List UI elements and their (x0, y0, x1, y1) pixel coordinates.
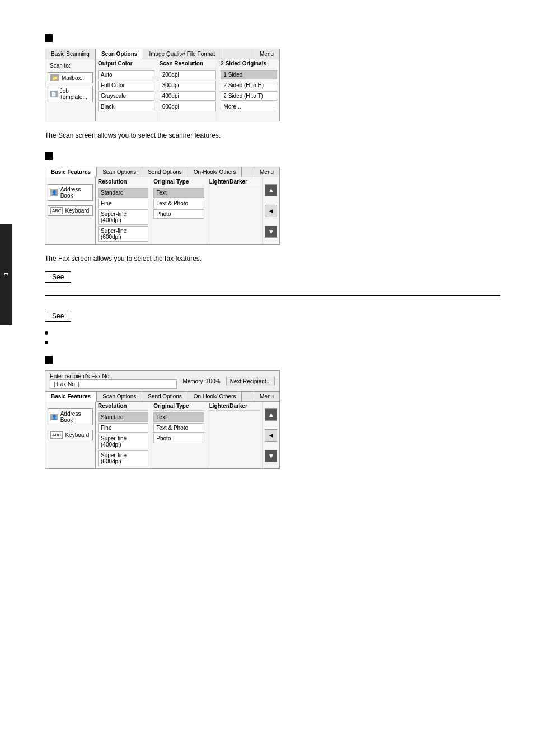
output-color-black[interactable]: Black (98, 102, 154, 111)
sided-1[interactable]: 1 Sided (221, 70, 277, 79)
keyboard-button-1[interactable]: ABC Keyboard (48, 205, 93, 216)
job-template-button[interactable]: 📄 Job Template... (48, 86, 93, 102)
arrow-up-button-1[interactable]: ▲ (265, 184, 277, 196)
output-color-col: Output Color Auto Full Color Grayscale B… (96, 59, 157, 121)
scan-tab-menu[interactable]: Menu (254, 49, 279, 59)
fax-lighter-darker-header-1: Lighter/Darker (209, 179, 260, 186)
scan-resolution-header: Scan Resolution (160, 60, 216, 68)
fax-arrow-col-1: ▲ ◄ ▼ (263, 177, 279, 244)
fax2-tab-send-options[interactable]: Send Options (142, 392, 188, 401)
resolution-200dpi[interactable]: 200dpi (160, 70, 216, 79)
mailbox-label: Mailbox... (62, 75, 86, 81)
arrow-down-button-1[interactable]: ▼ (265, 226, 277, 238)
fax2-resolution-superfine600[interactable]: Super-fine (600dpi) (98, 450, 148, 466)
fax2-original-type-header: Original Type (153, 403, 204, 411)
fax2-resolution-superfine400[interactable]: Super-fine (400dpi) (98, 434, 148, 449)
fax-resolution-header-1: Resolution (98, 179, 148, 186)
black-square-1 (45, 34, 53, 42)
fax2-lighter-darker-header: Lighter/Darker (209, 403, 260, 411)
scan-screen-right: Output Color Auto Full Color Grayscale B… (96, 59, 279, 121)
address-book-button-2[interactable]: 👤 Address Book (48, 408, 93, 425)
fax-tab-scan-options[interactable]: Scan Options (97, 167, 142, 177)
fax-screen-header-2: Basic Features Scan Options Send Options… (45, 392, 279, 402)
see-button-2[interactable]: See (45, 311, 71, 322)
output-color-full[interactable]: Full Color (98, 81, 154, 90)
fax-screen-mockup-1: Basic Features Scan Options Send Options… (45, 167, 280, 245)
fax-tab-menu[interactable]: Menu (254, 167, 279, 177)
divider-1 (45, 295, 500, 296)
scan-tab-basic-scanning[interactable]: Basic Scanning (45, 49, 96, 59)
job-template-icon: 📄 (50, 91, 58, 97)
fax-resolution-col-1: Resolution Standard Fine Super-fine (400… (96, 177, 151, 244)
address-book-button-1[interactable]: 👤 Address Book (48, 184, 93, 201)
fax2-tab-basic-features[interactable]: Basic Features (45, 392, 97, 402)
output-color-grayscale[interactable]: Grayscale (98, 91, 154, 101)
scan-screen-mockup: Basic Scanning Scan Options Image Qualit… (45, 49, 280, 121)
resolution-300dpi[interactable]: 300dpi (160, 81, 216, 90)
mailbox-button[interactable]: 📁 Mailbox... (48, 72, 93, 83)
fax2-arrow-col: ▲ ◄ ▼ (263, 402, 279, 468)
fax-lighter-darker-col-1: Lighter/Darker (207, 177, 263, 244)
arrow-mid-button-2[interactable]: ◄ (265, 429, 277, 442)
fax2-tab-menu[interactable]: Menu (254, 392, 279, 401)
bullet-1 (45, 328, 500, 335)
output-color-auto[interactable]: Auto (98, 70, 154, 79)
fax-resolution-standard-1[interactable]: Standard (98, 188, 148, 198)
fax-original-text-1[interactable]: Text (153, 188, 204, 198)
arrow-mid-button-1[interactable]: ◄ (265, 205, 277, 217)
fax2-original-textphoto[interactable]: Text & Photo (153, 423, 204, 433)
keyboard-label-1: Keyboard (65, 208, 89, 214)
fax2-tab-on-hook[interactable]: On-Hook/ Others (188, 392, 242, 401)
bullet-dot-2 (45, 341, 48, 344)
fax2-original-text[interactable]: Text (153, 412, 204, 422)
scan-screen-body: Scan to: 📁 Mailbox... 📄 Job Template... … (45, 59, 279, 121)
sided-2-h-t[interactable]: 2 Sided (H to T) (221, 91, 277, 101)
scan-section-heading (45, 34, 500, 42)
address-book-icon-2: 👤 (50, 414, 58, 420)
memory-text: Memory :100% (182, 378, 220, 384)
keyboard-icon-2: ABC (50, 431, 63, 439)
fax-no-section: Enter recipient's Fax No. [ Fax No. ] (50, 373, 182, 389)
scan-tab-image-quality[interactable]: Image Quality/ File Format (143, 49, 221, 59)
fax-top-bar: Enter recipient's Fax No. [ Fax No. ] Me… (45, 371, 279, 392)
black-square-2 (45, 152, 53, 160)
fax-tab-basic-features[interactable]: Basic Features (45, 167, 97, 177)
keyboard-label-2: Keyboard (65, 432, 89, 438)
output-color-header: Output Color (98, 60, 154, 68)
fax-no-input[interactable]: [ Fax No. ] (50, 379, 177, 389)
next-recipient-button[interactable]: Next Recipient... (226, 377, 275, 386)
scan-resolution-col: Scan Resolution 200dpi 300dpi 400dpi 600… (157, 59, 219, 121)
fax-original-textphoto-1[interactable]: Text & Photo (153, 199, 204, 208)
resolution-400dpi[interactable]: 400dpi (160, 91, 216, 101)
fax2-original-type-col: Original Type Text Text & Photo Photo (151, 402, 207, 468)
fax2-resolution-standard[interactable]: Standard (98, 412, 148, 422)
fax-resolution-fine-1[interactable]: Fine (98, 199, 148, 208)
sided-2-h-h[interactable]: 2 Sided (H to H) (221, 81, 277, 90)
fax-screen-left-1: 👤 Address Book ABC Keyboard (45, 177, 96, 244)
fax-screen-left-2: 👤 Address Book ABC Keyboard (45, 402, 96, 468)
fax-tab-on-hook[interactable]: On-Hook/ Others (188, 167, 242, 177)
section3-heading (45, 355, 500, 364)
fax2-resolution-col: Resolution Standard Fine Super-fine (400… (96, 402, 151, 468)
fax2-resolution-fine[interactable]: Fine (98, 423, 148, 433)
fax2-tab-scan-options[interactable]: Scan Options (97, 392, 142, 401)
sided-more[interactable]: More... (221, 102, 277, 111)
fax2-resolution-header: Resolution (98, 403, 148, 411)
keyboard-button-2[interactable]: ABC Keyboard (48, 430, 93, 440)
scan-tab-scan-options[interactable]: Scan Options (96, 49, 143, 59)
fax-resolution-superfine400-1[interactable]: Super-fine (400dpi) (98, 209, 148, 225)
fax2-original-photo[interactable]: Photo (153, 434, 204, 443)
resolution-600dpi[interactable]: 600dpi (160, 102, 216, 111)
arrow-down-button-2[interactable]: ▼ (265, 450, 277, 462)
address-book-label-1: Address Book (60, 186, 90, 199)
two-sided-header: 2 Sided Originals (221, 60, 277, 68)
address-book-label-2: Address Book (60, 411, 90, 423)
arrow-up-button-2[interactable]: ▲ (265, 408, 277, 421)
fax-original-photo-1[interactable]: Photo (153, 209, 204, 219)
fax-screen-mockup-2: Enter recipient's Fax No. [ Fax No. ] Me… (45, 370, 280, 469)
fax-resolution-superfine600-1[interactable]: Super-fine (600dpi) (98, 226, 148, 242)
job-template-label: Job Template... (60, 88, 90, 100)
fax-tab-send-options[interactable]: Send Options (142, 167, 188, 177)
fax-screen-body-1: 👤 Address Book ABC Keyboard Resolution S… (45, 177, 279, 244)
see-button-1[interactable]: See (45, 271, 71, 283)
